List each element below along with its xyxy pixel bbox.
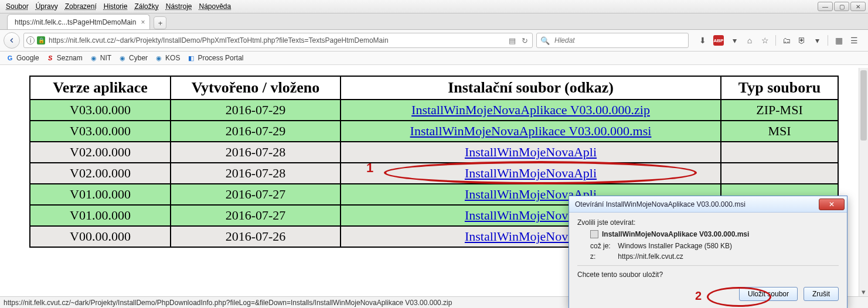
dialog-filename: InstallWinMojeNovaAplikace V03.00.000.ms… xyxy=(602,230,749,238)
scroll-down-icon[interactable]: ▾ xyxy=(859,287,868,296)
menu-item[interactable]: Historie xyxy=(100,1,131,12)
download-dialog: Otevírání InstallWinMojeNovaAplikace V03… xyxy=(569,196,847,308)
cell-version: V02.00.000 xyxy=(30,142,171,163)
download-link[interactable]: InstallWinMojeNovaApli xyxy=(465,166,597,180)
pocket-icon[interactable]: ⛨ xyxy=(797,36,806,45)
bookmark-label: Seznam xyxy=(57,54,83,62)
menu-bar: Soubor Úpravy Zobrazení Historie Záložky… xyxy=(0,0,868,13)
cell-date: 2016-07-29 xyxy=(171,100,341,121)
close-button[interactable]: ✕ xyxy=(850,2,866,11)
menu-item[interactable]: Nápověda xyxy=(195,1,234,12)
cell-date: 2016-07-27 xyxy=(171,205,341,226)
back-button[interactable] xyxy=(4,32,20,49)
bookmark-label: Process Portal xyxy=(198,54,243,62)
dialog-intro: Zvolili jste otevírat: xyxy=(577,218,839,227)
menu-item[interactable]: Zobrazení xyxy=(62,1,100,12)
globe-icon: ◉ xyxy=(118,54,127,62)
cell-type xyxy=(721,142,838,163)
downloads-icon[interactable]: ⬇ xyxy=(698,36,707,45)
table-row: V03.00.0002016-07-29InstallWinMojeNovaAp… xyxy=(30,121,838,142)
dialog-kind-label: což je: xyxy=(590,242,616,250)
menu-icon[interactable]: ☰ xyxy=(849,36,859,45)
cell-date: 2016-07-27 xyxy=(171,184,341,205)
cell-date: 2016-07-26 xyxy=(171,226,341,247)
new-tab-button[interactable]: + xyxy=(154,16,166,29)
msi-icon xyxy=(590,230,598,238)
save-file-button[interactable]: Uložit soubor xyxy=(739,287,798,301)
bookmark-item[interactable]: ◉NIT xyxy=(90,54,111,62)
cell-version: V01.00.000 xyxy=(30,184,171,205)
menu-item[interactable]: Úpravy xyxy=(32,1,62,12)
cell-version: V01.00.000 xyxy=(30,205,171,226)
cell-version: V02.00.000 xyxy=(30,163,171,184)
cell-version: V03.00.000 xyxy=(30,100,171,121)
browser-tab[interactable]: https://nit.felk.c...tsPageHtmDemoMain × xyxy=(7,14,150,29)
cell-version: V00.00.000 xyxy=(30,226,171,247)
chevron-down-icon[interactable]: ▾ xyxy=(730,36,739,45)
dialog-titlebar[interactable]: Otevírání InstallWinMojeNovaAplikace V03… xyxy=(569,196,847,213)
bookmark-item[interactable]: ◉Cyber xyxy=(118,54,148,62)
tile-icon[interactable]: ▦ xyxy=(834,36,843,45)
cell-date: 2016-07-28 xyxy=(171,142,341,163)
home-icon[interactable]: ⌂ xyxy=(745,36,754,45)
search-bar[interactable]: 🔍 xyxy=(536,33,689,48)
cell-file: InstallWinMojeNovaApli xyxy=(341,142,721,163)
column-header: Instalační soubor (odkaz) xyxy=(341,76,721,100)
lock-icon: 🔒 xyxy=(37,36,45,45)
maximize-button[interactable]: ▢ xyxy=(834,2,849,11)
download-link[interactable]: InstallWinMojeNovaAplikace V03.00.000.ms… xyxy=(410,124,652,138)
bookmark-label: NIT xyxy=(100,54,111,62)
abp-icon[interactable]: ABP xyxy=(713,35,724,46)
bookmark-item[interactable]: ◧Process Portal xyxy=(187,54,243,62)
tab-strip: https://nit.felk.c...tsPageHtmDemoMain ×… xyxy=(0,13,868,30)
status-text: https://nit.felk.cvut.cz/~dark/Projekty/… xyxy=(4,299,452,307)
menu-item[interactable]: Nástroje xyxy=(162,1,196,12)
menu-item[interactable]: Záložky xyxy=(131,1,162,12)
window-controls: — ▢ ✕ xyxy=(818,2,866,11)
url-bar[interactable]: i 🔒 ▤ ↻ xyxy=(23,33,533,48)
reader-mode-icon[interactable]: ▤ xyxy=(507,36,518,45)
toolbar: i 🔒 ▤ ↻ 🔍 ⬇ ABP ▾ ⌂ ☆ 🗂 ⛨ ▾ ▦ ☰ xyxy=(0,30,868,52)
bookmark-label: Google xyxy=(16,54,39,62)
bookmark-label: KOS xyxy=(165,54,180,62)
cell-date: 2016-07-28 xyxy=(171,163,341,184)
dialog-question: Chcete tento soubor uložit? xyxy=(577,271,839,279)
menu-item[interactable]: Soubor xyxy=(2,1,32,12)
bookmark-item[interactable]: SSeznam xyxy=(46,54,83,62)
reload-icon[interactable]: ↻ xyxy=(520,36,530,45)
download-link[interactable]: InstallWinMojeNovaApli xyxy=(465,145,597,159)
close-tab-icon[interactable]: × xyxy=(141,18,145,26)
search-input[interactable] xyxy=(553,36,685,45)
cell-date: 2016-07-29 xyxy=(171,121,341,142)
cell-type: ZIP-MSI xyxy=(721,100,838,121)
chevron-down-icon[interactable]: ▾ xyxy=(812,36,822,45)
separator xyxy=(775,35,776,46)
globe-icon: ◉ xyxy=(90,54,98,62)
download-link[interactable]: InstallWinMojeNovaAplikace V03.00.000.zi… xyxy=(411,102,650,117)
bookmark-star-icon[interactable]: ☆ xyxy=(760,36,770,45)
cell-file: InstallWinMojeNovaAplikace V03.00.000.zi… xyxy=(341,100,721,121)
sync-icon[interactable]: 🗂 xyxy=(782,36,791,45)
bookmark-item[interactable]: ◉KOS xyxy=(155,54,180,62)
column-header: Verze aplikace xyxy=(30,76,171,100)
separator xyxy=(828,35,828,46)
scroll-thumb[interactable] xyxy=(860,70,867,141)
bookmark-item[interactable]: GGoogle xyxy=(6,54,39,62)
dialog-title: Otevírání InstallWinMojeNovaAplikace V03… xyxy=(575,200,819,208)
globe-icon: ◉ xyxy=(155,54,163,62)
url-input[interactable] xyxy=(47,36,505,45)
cell-version: V03.00.000 xyxy=(30,121,171,142)
scrollbar-vertical[interactable]: ▴ ▾ xyxy=(859,68,868,296)
dialog-from-value: https://nit.felk.cvut.cz xyxy=(618,252,683,261)
minimize-button[interactable]: — xyxy=(818,2,833,11)
cancel-button[interactable]: Zrušit xyxy=(804,287,839,301)
seznam-icon: S xyxy=(46,54,55,62)
dialog-kind-value: Windows Installer Package (580 KB) xyxy=(618,242,732,250)
dialog-close-button[interactable]: ✕ xyxy=(819,199,845,210)
site-info-icon[interactable]: i xyxy=(26,36,35,45)
cell-file: InstallWinMojeNovaApli xyxy=(341,163,721,184)
arrow-left-icon xyxy=(8,36,16,45)
table-row: V02.00.0002016-07-28InstallWinMojeNovaAp… xyxy=(30,142,838,163)
toolbar-right: ⬇ ABP ▾ ⌂ ☆ 🗂 ⛨ ▾ ▦ ☰ xyxy=(692,35,864,46)
cell-file: InstallWinMojeNovaAplikace V03.00.000.ms… xyxy=(341,121,721,142)
